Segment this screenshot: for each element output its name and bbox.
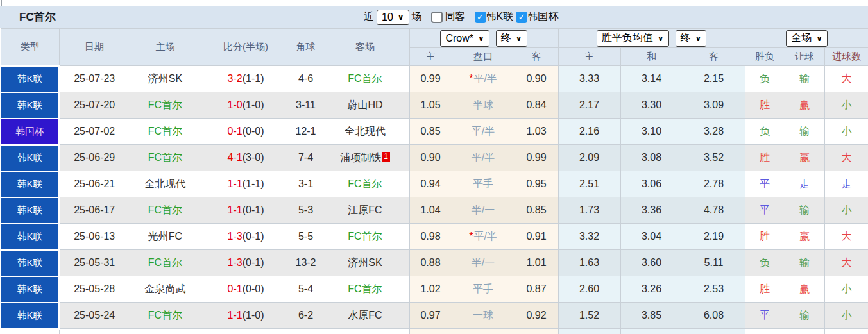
home-team-link[interactable]: 济州SK [130, 66, 201, 92]
full-time-score: 0-1 [228, 283, 243, 294]
recent-count-select[interactable]: 10 ∨ [377, 10, 409, 25]
score-cell: 1-1(0-1) [201, 197, 291, 224]
mean-away-odds: 2.19 [683, 224, 745, 250]
home-team-link[interactable]: FC首尔 [130, 92, 201, 119]
home-team-link[interactable]: FC首尔 [130, 303, 201, 329]
corner-count: 6-2 [291, 303, 321, 329]
mean-away-odds: 3.09 [683, 92, 745, 119]
page-title: FC首尔 [19, 10, 56, 24]
top-strip [0, 0, 868, 6]
goals-result: 小 [824, 276, 868, 303]
away-team-link[interactable]: FC首尔 [321, 276, 409, 303]
home-team-link[interactable]: FC首尔 [130, 250, 201, 276]
goals-result: 小 [824, 197, 868, 224]
away-team-link[interactable]: 蔚山HD [321, 92, 409, 119]
match-row: 韩K联 25-07-20 FC首尔 1-0(1-0) 3-11 蔚山HD 1.0… [1, 92, 868, 119]
win-loss-result: 平 [745, 171, 785, 197]
match-table: 类型 日期 主场 比分(半场) 角球 客场 Crow* ∨ 终 ∨ [0, 28, 868, 334]
match-row: 韩K联 25-05-28 金泉尚武 0-1(0-0) 5-4 FC首尔 1.02… [1, 276, 868, 303]
corner-count: 5-4 [291, 276, 321, 303]
match-date: 25-07-23 [59, 66, 130, 92]
away-team-link[interactable]: 济州SK [321, 250, 409, 276]
home-team-link[interactable]: 金泉尚武 [130, 276, 201, 303]
home-team-link[interactable]: FC首尔 [130, 197, 201, 224]
goals-result: 小 [824, 92, 868, 119]
games-label: 场 [412, 10, 422, 24]
divider [1, 0, 2, 6]
mean-draw-odds: 3.60 [620, 250, 683, 276]
filter-controls: 近 10 ∨ 场 同客 ✓ 韩K联 ✓ 韩国杯 [361, 6, 561, 28]
match-date: 25-07-20 [59, 92, 130, 119]
full-time-score: 4-1 [228, 152, 243, 163]
score-cell: 1-3(0-1) [201, 224, 291, 250]
home-team-link[interactable] [130, 329, 201, 334]
away-team-link[interactable]: FC首尔 [321, 171, 409, 197]
goals-result: 走 [824, 171, 868, 197]
home-team-link[interactable]: FC首尔 [130, 119, 201, 145]
mean-type-select[interactable]: 胜平负均值 ∨ [597, 30, 669, 47]
match-date: 25-07-02 [59, 119, 130, 145]
same-venue-checkbox[interactable] [431, 12, 443, 23]
mean-home-odds [558, 329, 620, 334]
mean-away-odds: 6.08 [683, 303, 745, 329]
handicap-result: 赢 [785, 276, 824, 303]
goals-result [824, 329, 868, 334]
match-row: 韩国杯 25-07-02 FC首尔 0-1(0-0) 12-1 全北现代 0.8… [1, 119, 868, 145]
mean-draw-odds: 3.26 [620, 276, 683, 303]
win-loss-result: 胜 [745, 92, 785, 119]
away-team-link[interactable]: FC首尔 [321, 66, 409, 92]
subcol-goals: 进球数 [824, 48, 868, 66]
full-time-score: 1-1 [228, 178, 243, 189]
match-table-body: 韩K联 25-07-23 济州SK 3-2(1-1) 4-6 FC首尔 0.99… [1, 66, 868, 334]
away-odds: 1.01 [515, 250, 558, 276]
subcol-win-loss: 胜负 [745, 48, 785, 66]
mean-draw-odds: 3.10 [620, 119, 683, 145]
mean-away-odds: 2.15 [683, 66, 745, 92]
corner-count: 4-6 [291, 66, 321, 92]
mean-time-select[interactable]: 终 ∨ [676, 30, 707, 47]
home-team-link[interactable]: 全北现代 [130, 171, 201, 197]
handicap-result: 输 [785, 197, 824, 224]
win-loss-result: 胜 [745, 224, 785, 250]
away-odds: 0.90 [515, 66, 558, 92]
home-odds: 0.88 [409, 250, 452, 276]
home-odds: 0.85 [409, 119, 452, 145]
away-team-link[interactable]: FC首尔 [321, 224, 409, 250]
subcol-mean-home: 主 [558, 48, 620, 66]
home-odds: 0.94 [409, 171, 452, 197]
chevron-down-icon: ∨ [398, 13, 404, 21]
away-odds: 0.87 [515, 276, 558, 303]
win-loss-result: 负 [745, 250, 785, 276]
odds-company-select[interactable]: Crow* ∨ [440, 30, 489, 47]
half-time-score: (1-0) [243, 99, 264, 110]
home-odds: 0.97 [409, 303, 452, 329]
handicap-result: 赢 [785, 145, 824, 171]
away-team-link[interactable]: 全北现代 [321, 119, 409, 145]
scope-select[interactable]: 全场 ∨ [786, 30, 828, 47]
away-team-link[interactable]: 江原FC [321, 197, 409, 224]
mean-away-odds: 4.78 [683, 197, 745, 224]
home-team-link[interactable]: 光州FC [130, 224, 201, 250]
corner-count [291, 329, 321, 334]
kleague-checkbox[interactable]: ✓ [475, 12, 486, 23]
away-team-link[interactable] [321, 329, 409, 334]
half-time-score: (0-0) [243, 283, 264, 294]
title-bar: FC首尔 近 10 ∨ 场 同客 ✓ 韩K联 ✓ 韩国杯 [0, 6, 868, 28]
subcol-mean-away: 客 [683, 48, 745, 66]
divider [454, 0, 454, 6]
goals-result: 大 [824, 224, 868, 250]
chevron-down-icon: ∨ [516, 35, 522, 42]
home-odds [409, 329, 452, 334]
home-team-link[interactable]: FC首尔 [130, 145, 201, 171]
away-team-link[interactable]: 水原FC [321, 303, 409, 329]
win-loss-result [745, 329, 785, 334]
away-team-link[interactable]: 浦项制铁1 [321, 145, 409, 171]
mean-draw-odds [620, 329, 683, 334]
score-cell: 3-2(1-1) [201, 66, 291, 92]
away-odds: 1.03 [515, 119, 558, 145]
odds-time-select[interactable]: 终 ∨ [496, 30, 527, 47]
checkmark-icon: ✓ [518, 12, 525, 22]
mean-home-odds: 1.73 [558, 197, 620, 224]
handicap-result: 赢 [785, 224, 824, 250]
cup-checkbox[interactable]: ✓ [516, 12, 527, 23]
